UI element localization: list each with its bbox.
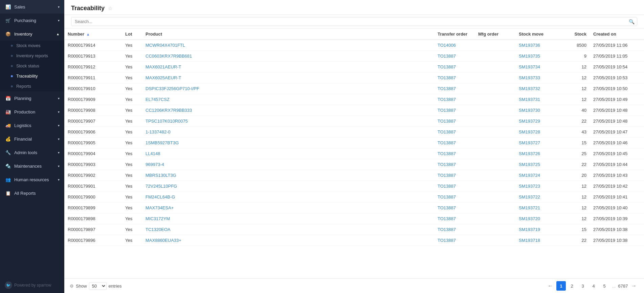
stockmove-link[interactable]: SM193727: [519, 140, 540, 145]
product-link[interactable]: 1-1337482-0: [146, 129, 171, 134]
sidebar-item-admin-tools[interactable]: 🔧 Admin tools ▾: [0, 146, 64, 159]
pagination-page-2[interactable]: 2: [567, 281, 577, 291]
cell-stockmove: SM193722: [515, 192, 563, 203]
col-header-lot[interactable]: Lot: [122, 28, 142, 40]
transfer-link[interactable]: TO13887: [438, 97, 456, 102]
transfer-link[interactable]: TO13887: [438, 119, 456, 124]
product-link[interactable]: DSPIC33FJ256GP710-I/PF: [146, 86, 199, 91]
sidebar-item-purchasing[interactable]: 🛒 Purchasing ▾: [0, 14, 64, 27]
stockmove-link[interactable]: SM193735: [519, 54, 540, 59]
sidebar-item-human-resources[interactable]: 👥 Human resources ▾: [0, 173, 64, 186]
cell-stock: 15: [563, 224, 590, 235]
cell-number: R0000179908: [64, 105, 122, 116]
sidebar-sub-item-reports[interactable]: Reports: [0, 81, 64, 91]
sidebar-item-financial[interactable]: 💰 Financial ▾: [0, 132, 64, 146]
sidebar-sub-item-traceability[interactable]: Traceability: [0, 71, 64, 81]
chevron-icon: ▾: [58, 19, 60, 22]
stockmove-link[interactable]: SM193732: [519, 86, 540, 91]
sidebar-sub-item-stock-moves[interactable]: Stock moves: [0, 41, 64, 51]
product-link[interactable]: MAX734ESA+: [146, 205, 174, 210]
stockmove-link[interactable]: SM193728: [519, 129, 540, 134]
product-link[interactable]: MAX6021AEUR-T: [146, 64, 181, 69]
product-link[interactable]: 969973-4: [146, 162, 164, 167]
sidebar-item-inventory[interactable]: 📦 Inventory ▲: [0, 27, 64, 41]
cell-product: MBRS130LT3G: [142, 170, 434, 181]
settings-icon[interactable]: ⚙: [70, 284, 74, 289]
cell-product: 1SMB5927BT3G: [142, 138, 434, 148]
search-input[interactable]: [71, 17, 637, 26]
col-header-product[interactable]: Product: [142, 28, 434, 40]
entries-select[interactable]: 50 25 100: [89, 282, 107, 290]
stockmove-link[interactable]: SM193726: [519, 151, 540, 156]
product-link[interactable]: MCWR04X4701FTL: [146, 43, 185, 48]
pagination-page-3[interactable]: 3: [578, 281, 587, 291]
pagination-prev[interactable]: ←: [546, 281, 555, 291]
product-link[interactable]: MAX6025AEUR-T: [146, 75, 181, 80]
col-header-stockmove[interactable]: Stock move: [515, 28, 563, 40]
pagination-page-5[interactable]: 5: [600, 281, 609, 291]
col-header-stock[interactable]: Stock: [563, 28, 590, 40]
stockmove-link[interactable]: SM193718: [519, 238, 540, 243]
transfer-link[interactable]: TO13887: [438, 140, 456, 145]
transfer-link[interactable]: TO13887: [438, 184, 456, 189]
product-link[interactable]: TC1320EOA: [146, 227, 171, 232]
sidebar-item-sales[interactable]: 📊 Sales ▾: [0, 0, 64, 14]
stockmove-link[interactable]: SM193725: [519, 162, 540, 167]
transfer-link[interactable]: TO14006: [438, 43, 456, 48]
stockmove-link[interactable]: SM193733: [519, 75, 540, 80]
transfer-link[interactable]: TO13887: [438, 54, 456, 59]
product-link[interactable]: MBRS130LT3G: [146, 173, 176, 178]
stockmove-link[interactable]: SM193734: [519, 64, 540, 69]
transfer-link[interactable]: TO13887: [438, 205, 456, 210]
sidebar-sub-item-inventory-reports[interactable]: Inventory reports: [0, 51, 64, 61]
col-header-created[interactable]: Created on: [590, 28, 644, 40]
product-link[interactable]: 72V245L10PFG: [146, 184, 177, 189]
product-link[interactable]: CC0603KRX7R9BB681: [146, 54, 192, 59]
sidebar-item-planning[interactable]: 📅 Planning ▾: [0, 91, 64, 105]
product-link[interactable]: 1SMB5927BT3G: [146, 140, 179, 145]
product-link[interactable]: EL7457CSZ: [146, 97, 170, 102]
transfer-link[interactable]: TO13887: [438, 194, 456, 200]
pagination-page-1[interactable]: 1: [556, 281, 566, 291]
sidebar-item-maintenances[interactable]: 🔩 Maintenances ▾: [0, 159, 64, 173]
product-link[interactable]: CC1206KRX7R9BB333: [146, 108, 192, 113]
stockmove-link[interactable]: SM193731: [519, 97, 540, 102]
col-header-number[interactable]: Number ▲: [64, 28, 122, 40]
product-link[interactable]: MAX8860EUA33+: [146, 238, 181, 243]
stockmove-link[interactable]: SM193721: [519, 205, 540, 210]
stockmove-link[interactable]: SM193736: [519, 43, 540, 48]
sidebar-sub-item-stock-status[interactable]: Stock status: [0, 61, 64, 71]
col-header-transfer[interactable]: Transfer order: [434, 28, 475, 40]
stockmove-link[interactable]: SM193720: [519, 216, 540, 221]
pagination-next[interactable]: →: [629, 281, 639, 291]
transfer-link[interactable]: TO13887: [438, 216, 456, 221]
stockmove-link[interactable]: SM193722: [519, 194, 540, 200]
product-link[interactable]: LL4148: [146, 151, 160, 156]
transfer-link[interactable]: TO13887: [438, 129, 456, 134]
transfer-link[interactable]: TO13887: [438, 238, 456, 243]
favorite-star[interactable]: ☆: [108, 5, 112, 12]
product-link[interactable]: FM24CL64B-G: [146, 194, 175, 200]
transfer-link[interactable]: TO13887: [438, 151, 456, 156]
product-link[interactable]: MIC3172YM: [146, 216, 170, 221]
transfer-link[interactable]: TO13887: [438, 86, 456, 91]
product-link[interactable]: TPSC107K010R0075: [146, 119, 188, 124]
stockmove-link[interactable]: SM193719: [519, 227, 540, 232]
sidebar-item-all-reports[interactable]: 📋 All Reports: [0, 186, 64, 200]
table-row: R0000179900 Yes FM24CL64B-G TO13887 SM19…: [64, 192, 644, 203]
transfer-link[interactable]: TO13887: [438, 173, 456, 178]
transfer-link[interactable]: TO13887: [438, 75, 456, 80]
sidebar-item-logistics[interactable]: 🚚 Logistics ▾: [0, 119, 64, 132]
transfer-link[interactable]: TO13887: [438, 162, 456, 167]
stockmove-link[interactable]: SM193729: [519, 119, 540, 124]
col-header-mfg[interactable]: Mfg order: [475, 28, 515, 40]
transfer-link[interactable]: TO13887: [438, 227, 456, 232]
stockmove-link[interactable]: SM193724: [519, 173, 540, 178]
stockmove-link[interactable]: SM193723: [519, 184, 540, 189]
pagination-last[interactable]: 6787: [618, 281, 628, 291]
transfer-link[interactable]: TO13887: [438, 64, 456, 69]
transfer-link[interactable]: TO13887: [438, 108, 456, 113]
sidebar-item-production[interactable]: 🏭 Production ▾: [0, 105, 64, 119]
stockmove-link[interactable]: SM193730: [519, 108, 540, 113]
pagination-page-4[interactable]: 4: [589, 281, 598, 291]
